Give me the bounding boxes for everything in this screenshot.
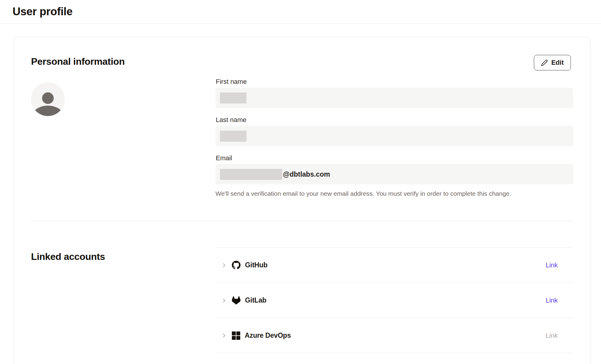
- personal-information-heading: Personal information: [31, 55, 573, 67]
- linked-accounts-heading-column: Linked accounts: [31, 247, 215, 353]
- last-name-label: Last name: [216, 117, 573, 123]
- gitlab-link-action[interactable]: Link: [546, 297, 558, 304]
- azure-devops-icon: [232, 331, 240, 340]
- edit-button[interactable]: Edit: [534, 55, 571, 70]
- page-title: User profile: [13, 5, 73, 18]
- email-field[interactable]: @dbtlabs.com: [215, 164, 573, 184]
- linked-accounts-heading: Linked accounts: [31, 251, 215, 263]
- email-label: Email: [216, 155, 573, 161]
- gitlab-icon: [232, 296, 241, 305]
- linked-account-name: GitLab: [245, 296, 266, 304]
- redacted-first-name-value: [220, 92, 246, 104]
- pencil-icon: [541, 59, 548, 66]
- last-name-group: Last name: [215, 117, 573, 146]
- first-name-label: First name: [216, 78, 573, 85]
- github-icon: [232, 261, 241, 269]
- linked-account-name: GitHub: [245, 261, 267, 269]
- redacted-last-name-value: [220, 131, 246, 142]
- person-icon: [31, 82, 65, 116]
- email-helper-text: We'll send a verification email to your …: [215, 190, 573, 197]
- personal-information-section: Personal information Edit: [31, 37, 573, 221]
- avatar: [31, 82, 65, 116]
- last-name-field[interactable]: [215, 126, 573, 146]
- azure-devops-link-action: Link: [546, 332, 558, 340]
- linked-account-name: Azure DevOps: [245, 331, 291, 340]
- avatar-column: [31, 78, 215, 197]
- user-profile-card: Personal information Edit: [13, 37, 590, 364]
- linked-account-row-azure-devops[interactable]: Azure DevOps Link: [215, 318, 573, 353]
- personal-information-form: First name Last name Email @dbtlabs.: [215, 78, 573, 197]
- email-domain-suffix: @dbtlabs.com: [283, 170, 330, 178]
- linked-account-row-gitlab[interactable]: GitLab Link: [215, 283, 573, 318]
- redacted-email-local-part: [220, 169, 282, 180]
- page-header: User profile: [0, 0, 601, 24]
- edit-button-label: Edit: [551, 59, 564, 67]
- github-link-action[interactable]: Link: [546, 261, 558, 269]
- chevron-right-icon[interactable]: [221, 332, 227, 339]
- chevron-right-icon[interactable]: [221, 262, 227, 269]
- chevron-right-icon[interactable]: [221, 297, 227, 304]
- linked-accounts-section: Linked accounts GitHub Link: [31, 247, 573, 353]
- first-name-field[interactable]: [215, 88, 573, 108]
- section-divider: [31, 221, 573, 221]
- first-name-group: First name: [215, 78, 573, 108]
- email-group: Email @dbtlabs.com We'll send a verifica…: [215, 155, 573, 197]
- linked-account-row-github[interactable]: GitHub Link: [215, 248, 573, 283]
- linked-accounts-list: GitHub Link GitLab Link: [215, 247, 573, 353]
